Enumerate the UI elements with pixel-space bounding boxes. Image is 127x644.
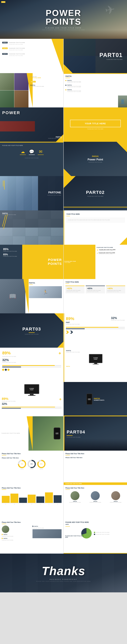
- s26-content: Please Add Your Title Here Please Add Yo…: [0, 450, 63, 472]
- s21-devices: POWERPOINT: [66, 354, 125, 364]
- s5-p1: PART01 PLEASE ADD YOUR TITLE HERE PLEASE…: [65, 80, 125, 83]
- slide-9-par101: PAR101 Power Point PLEASE ADD YOUR TITLE…: [64, 142, 127, 176]
- s21-content: PART01 PLEASE ADD YOUR TITLE HERE POWERP…: [64, 348, 127, 369]
- hero-title: POWER POINTS: [32, 9, 95, 26]
- s30-content: Please Add Your Title Here PART01 PLEASE…: [0, 519, 63, 543]
- row-15: Please Add Your Title Here A B C D: [0, 485, 127, 519]
- s20-shapes: [2, 369, 61, 371]
- slide4-your: YOUR TITLE HERE: [30, 77, 62, 78]
- arrow2-icon: [2, 538, 3, 539]
- icon-item-2: 💬: [29, 149, 35, 155]
- part3-sub: PLEASE ADD YOUR TITLE HERE: [9, 54, 25, 54]
- slide-17-stats: YOUR TITLE HERE +62% PLEASE ADD YOUR TIT…: [64, 279, 127, 313]
- s29-item-3: PART03 PLEASE ADD YOUR TITLE HERE: [106, 491, 125, 503]
- s19-metrics: 89% PART PLEASE ADD YOUR TITLE HERE 32% …: [66, 316, 125, 325]
- part02-title: PART02: [86, 190, 105, 195]
- titlebox-sub: PLEASE ADD YOUR TITLE HERE: [70, 128, 121, 130]
- s19-arrows: [66, 331, 125, 334]
- diamond3: [7, 368, 10, 371]
- s15-items: PLEASE ADD YOUR TITLE HERE ⚡ PLEASE ADD …: [97, 247, 126, 256]
- arrow3-icon: [32, 526, 34, 527]
- partone-title: PARTONE: [47, 191, 61, 194]
- part04-content: PART04 PLEASE ADD YOUR TITLE HERE: [67, 430, 85, 438]
- slide-30-parts-arrows: Please Add Your Title Here PART01 PLEASE…: [0, 519, 63, 554]
- s20-prog2: [2, 366, 61, 367]
- s17-title: YOUR TITLE HERE: [65, 281, 125, 283]
- s20-plus: +: [58, 351, 61, 356]
- slide4-part1: PART01 PLEASE ADD YOUR TITLE HERE: [30, 84, 62, 87]
- slide-15-content: PLEASE ADD YOUR TITLE HERE ⚡ PLEASE ADD …: [64, 245, 127, 279]
- s31-title: PLEASE ADD YOUR TITLE HERE: [65, 522, 125, 523]
- par101-power: Power Point: [88, 158, 103, 161]
- s30-p1: PART01: [2, 534, 31, 535]
- s13-title: YOUR TITLE HERE: [66, 213, 125, 215]
- hero-desc: THIS IS SAMPLE TEXT PLEASE ADD YOUR DESC…: [32, 30, 95, 30]
- s20-content: 89% PLEASE ADD YOUR TITLE HERE + 32% PLE…: [0, 348, 63, 374]
- s27-subtitle-text: Please Add Your Title Here: [65, 457, 125, 458]
- s30-photo: [2, 526, 9, 533]
- part3-desc: PLEASE ADD YOUR TITLE HERE: [9, 55, 48, 56]
- part01-subtitle: PLEASE ADD YOUR TITLE HERE: [99, 59, 123, 60]
- s16-photo: 📖: [0, 279, 25, 313]
- s20-prog1: [2, 365, 61, 366]
- slide-27-title-footer: Please Add Your Title Here Please Add Yo…: [64, 450, 127, 485]
- slide-number: 01/36: [1, 1, 5, 3]
- bar-g: [54, 495, 62, 503]
- part2-badge: PART02: [2, 48, 7, 49]
- s17-content: YOUR TITLE HERE +62% PLEASE ADD YOUR TIT…: [64, 279, 127, 296]
- slide-14-power-pct: 85% PLEASE ADD YOUR TITLE HERE 65% PLEAS…: [0, 245, 63, 279]
- book-icon: 📖: [9, 293, 16, 300]
- row-13: PLEASE ADD YOUR TITLE HERE HOWERPOINTS P…: [0, 416, 127, 450]
- s28-content: Please Add Your Title Here A B C D: [0, 485, 63, 507]
- bar-e: [36, 496, 44, 503]
- slide-4-photos: PLEASE ADD YOUR TITLE HERE Caution PART0…: [0, 73, 63, 108]
- part-item-2: PART02 PLEASE ADD YOUR TITLE HERE PLEASE…: [2, 48, 48, 50]
- part03-content: PART03 PLEASE ADD YOUR TITLE HERE: [22, 326, 41, 335]
- s29-items: PART01 PLEASE ADD YOUR TITLE HERE PART02…: [65, 491, 125, 503]
- s29-item-1: PART01 PLEASE ADD YOUR TITLE HERE: [65, 491, 85, 503]
- part1-desc: PLEASE ADD YOUR TITLE HERE: [9, 44, 48, 45]
- s29-content: Please Add Your Title Here PART01 PLEASE…: [64, 485, 127, 505]
- s30-p2: PART02: [2, 538, 31, 539]
- phone-device: POWERPOINTS: [86, 394, 92, 405]
- slide4-content: PLEASE ADD YOUR TITLE HERE Caution PART0…: [30, 76, 62, 87]
- s15-i1: ⚡ PLEASE ADD YOUR TITLE HERE PLEASE ADD …: [97, 249, 126, 251]
- power-part: PART01 PLEASE ADD YOUR TITLE HERE: [48, 136, 62, 139]
- part-item-1: PART01 PLEASE ADD YOUR TITLE HERE PLEASE…: [2, 42, 48, 45]
- icon-item-3: ✉: [38, 149, 44, 155]
- titlebox-content: YOUR TITLE HERE PLEASE ADD YOUR TITLE HE…: [70, 120, 121, 130]
- slide-12-building: PART01 PLEASE ADD YOUR TITLE HERE: [0, 210, 63, 245]
- s20-pct2: 32% PLEASE ADD YOUR TITLE HERE: [2, 358, 61, 363]
- part01-title: PART01: [99, 52, 123, 58]
- slide-5-3parts: PART01 PART01 PLEASE ADD YOUR TITLE HERE…: [64, 73, 127, 108]
- s19-arrow1: [66, 331, 69, 334]
- caution-badge: Caution: [30, 81, 36, 82]
- par101-title: PAR101: [88, 155, 103, 158]
- s29-item-2: PART02 PLEASE ADD YOUR TITLE HERE: [86, 491, 105, 503]
- circle-1: 75%: [18, 460, 26, 468]
- part01-hero-text: PART01 PLEASE ADD YOUR TITLE HERE: [99, 52, 123, 60]
- hero-subtitle: PLEASE ADD YOUR TITLE HERE: [32, 27, 95, 29]
- legend-dark: [94, 534, 95, 535]
- slide-16-part01-photo: 📖 PART01 🏃: [0, 279, 63, 313]
- s23-content: POWERPOINTS PART02 HOWER POINTS: [86, 394, 104, 405]
- s15-i2-icon: ★: [97, 252, 98, 254]
- s27-content: Please Add Your Title Here Please Add Yo…: [64, 450, 127, 462]
- circle-3: 85%: [37, 460, 45, 468]
- s22-pct1: 89% PLEASE ADD YOUR TITLE HERE: [2, 397, 15, 402]
- bar-c: [19, 498, 27, 503]
- row-5: PLEASE ADD YOUR TITLE HERE ☁ 💬 ✉: [0, 142, 127, 176]
- part3-badge: PART03: [2, 53, 7, 55]
- par101-content: PAR101 Power Point PLEASE ADD YOUR TITLE…: [88, 155, 103, 163]
- s20-left: 89% PLEASE ADD YOUR TITLE HERE: [2, 351, 16, 357]
- monitor-screen: POWERPOINT: [89, 354, 102, 363]
- row-16: Please Add Your Title Here PART01 PLEASE…: [0, 519, 127, 554]
- bar-f: [45, 492, 53, 503]
- s12-part01: PART01 PLEASE ADD YOUR TITLE HERE: [2, 213, 16, 215]
- slide4-note: PLEASE ADD: [30, 76, 62, 77]
- row-11: 89% PLEASE ADD YOUR TITLE HERE + 32% PLE…: [0, 348, 127, 382]
- slide-13-text: YOUR TITLE HERE PLEASE ADD YOUR TITLE HE…: [64, 210, 127, 245]
- s19-progress: [66, 327, 125, 329]
- s22-screen: POWERPOINT: [24, 384, 39, 394]
- part1-badge: PART01: [2, 42, 7, 44]
